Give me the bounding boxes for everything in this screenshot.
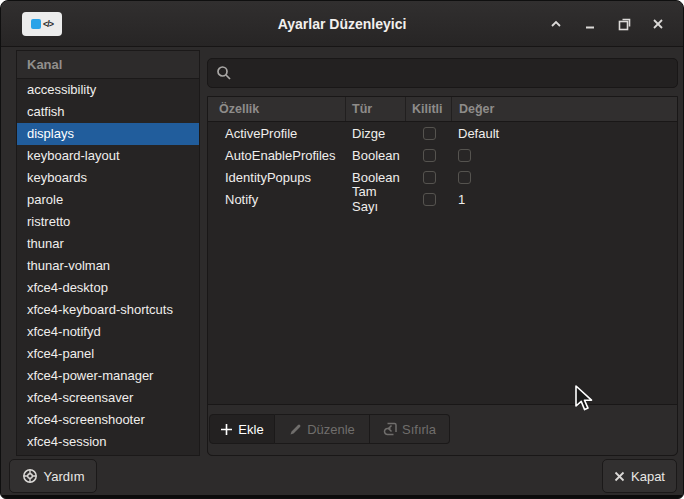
sidebar-item-accessibility[interactable]: accessibility (17, 79, 199, 101)
close-dialog-button-label: Kapat (631, 469, 665, 484)
pencil-icon (289, 423, 302, 436)
reset-button-label: Sıfırla (402, 422, 436, 437)
property-name: Notify (208, 192, 346, 207)
property-table: Özellik Tür Kilitli Değer ActiveProfileD… (207, 96, 678, 456)
property-type: Boolean (346, 170, 406, 185)
underscore-icon (584, 18, 596, 30)
chevron-up-icon (550, 18, 562, 30)
locked-cell (406, 149, 452, 162)
locked-checkbox[interactable] (423, 127, 436, 140)
property-name: IdentityPopups (208, 170, 346, 185)
table-row[interactable]: IdentityPopupsBoolean (208, 166, 677, 188)
property-type: Tam Sayı (346, 184, 406, 214)
value-checkbox[interactable] (458, 149, 471, 162)
maximize-button[interactable] (607, 9, 641, 39)
property-name: ActiveProfile (208, 126, 346, 141)
settings-editor-window: </> Ayarlar Düzenleyici (0, 0, 684, 499)
channel-list: accessibilitycatfishdisplayskeyboard-lay… (17, 79, 199, 455)
sidebar-item-displays[interactable]: displays (17, 123, 199, 145)
sidebar-item-xfce4-panel[interactable]: xfce4-panel (17, 343, 199, 365)
sidebar-item-xfce4-session[interactable]: xfce4-session (17, 431, 199, 453)
titlebar[interactable]: </> Ayarlar Düzenleyici (1, 1, 683, 47)
column-header-locked[interactable]: Kilitli (406, 97, 452, 121)
window-controls (539, 1, 675, 47)
sidebar-item-thunar-volman[interactable]: thunar-volman (17, 255, 199, 277)
window-bottom-edge (1, 495, 683, 498)
table-row[interactable]: NotifyTam Sayı1 (208, 188, 677, 210)
add-button[interactable]: Ekle (209, 414, 275, 444)
sidebar-item-thunar[interactable]: thunar (17, 233, 199, 255)
help-button-label: Yardım (44, 469, 85, 484)
locked-cell (406, 127, 452, 140)
minimize-button[interactable] (573, 9, 607, 39)
property-type: Dizge (346, 126, 406, 141)
toolbar-button-group: Ekle Düzenle Sıfırla (209, 414, 450, 444)
channel-panel: Kanal accessibilitycatfishdisplayskeyboa… (16, 50, 200, 456)
value-checkbox[interactable] (458, 171, 471, 184)
add-button-label: Ekle (238, 422, 263, 437)
sidebar-item-xfce4-power-manager[interactable]: xfce4-power-manager (17, 365, 199, 387)
table-row[interactable]: AutoEnableProfilesBoolean (208, 144, 677, 166)
table-row[interactable]: ActiveProfileDizgeDefault (208, 122, 677, 144)
search-input[interactable] (238, 66, 677, 81)
plus-icon (220, 423, 233, 436)
help-button[interactable]: Yardım (9, 459, 97, 493)
sidebar-item-ristretto[interactable]: ristretto (17, 211, 199, 233)
column-header-value[interactable]: Değer (452, 97, 677, 121)
shade-button[interactable] (539, 9, 573, 39)
sidebar-item-keyboard-layout[interactable]: keyboard-layout (17, 145, 199, 167)
property-name: AutoEnableProfiles (208, 148, 346, 163)
table-header-row: Özellik Tür Kilitli Değer (208, 97, 677, 122)
cross-icon (614, 471, 625, 482)
value-cell: Default (452, 126, 677, 141)
value-cell (452, 149, 677, 162)
edit-button-label: Düzenle (307, 422, 355, 437)
sidebar-item-xfce4-screenshooter[interactable]: xfce4-screenshooter (17, 409, 199, 431)
property-toolbar: Ekle Düzenle Sıfırla (208, 404, 677, 455)
cross-icon (652, 18, 664, 30)
locked-checkbox[interactable] (423, 149, 436, 162)
column-header-type[interactable]: Tür (346, 97, 406, 121)
sidebar-item-xfce4-keyboard-shortcuts[interactable]: xfce4-keyboard-shortcuts (17, 299, 199, 321)
close-button[interactable] (641, 9, 675, 39)
table-body: ActiveProfileDizgeDefaultAutoEnableProfi… (208, 122, 677, 405)
undo-icon (383, 422, 397, 436)
reset-button: Sıfırla (370, 414, 450, 444)
value-cell: 1 (452, 192, 677, 207)
value-cell (452, 171, 677, 184)
sidebar-item-xfce4-screensaver[interactable]: xfce4-screensaver (17, 387, 199, 409)
locked-checkbox[interactable] (423, 171, 436, 184)
channel-column-header[interactable]: Kanal (17, 51, 199, 79)
lifebuoy-icon (22, 468, 38, 484)
sidebar-item-keyboards[interactable]: keyboards (17, 167, 199, 189)
sidebar-item-catfish[interactable]: catfish (17, 101, 199, 123)
locked-cell (406, 193, 452, 206)
property-type: Boolean (346, 148, 406, 163)
locked-cell (406, 171, 452, 184)
sidebar-item-parole[interactable]: parole (17, 189, 199, 211)
column-header-property[interactable]: Özellik (208, 97, 346, 121)
search-box[interactable] (207, 58, 678, 88)
locked-checkbox[interactable] (423, 193, 436, 206)
close-dialog-button[interactable]: Kapat (602, 459, 677, 493)
restore-icon (618, 18, 631, 31)
sidebar-item-xfce4-desktop[interactable]: xfce4-desktop (17, 277, 199, 299)
edit-button: Düzenle (275, 414, 370, 444)
magnifier-icon (216, 65, 232, 81)
sidebar-item-xfce4-notifyd[interactable]: xfce4-notifyd (17, 321, 199, 343)
